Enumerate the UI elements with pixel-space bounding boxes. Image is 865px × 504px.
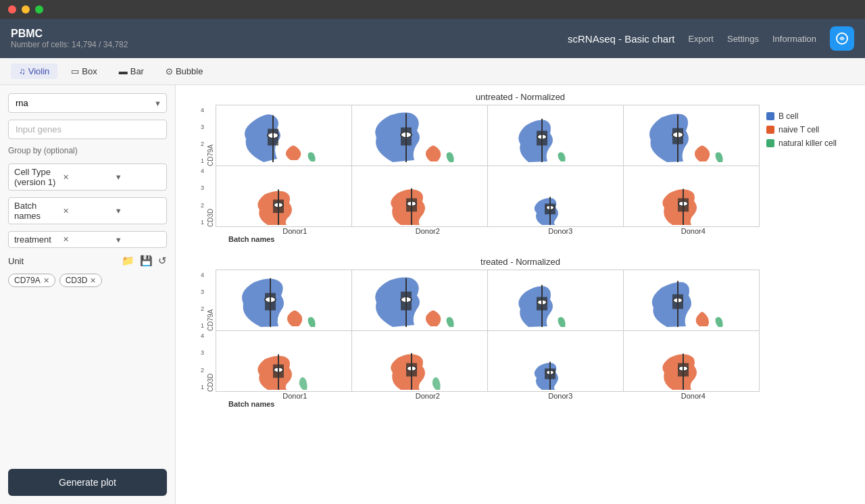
plot-cell xyxy=(216,166,352,227)
sidebar: rna ▼ Group by (optional) Cell Type (ver… xyxy=(0,85,176,504)
remove-treatment-icon[interactable]: ✕ xyxy=(63,235,109,244)
x-label-donor3-t: Donor3 xyxy=(494,392,627,400)
plot-cell xyxy=(352,105,488,166)
chart-area[interactable]: untreated - Normalized 4 3 2 1 CD79 xyxy=(176,85,865,504)
legend-dot-nk xyxy=(766,139,774,147)
remove-cell-type-icon[interactable]: ✕ xyxy=(63,173,109,182)
x-axis-labels-treated: Donor1 Donor2 Donor3 Donor4 xyxy=(187,392,760,400)
rna-selector[interactable]: rna xyxy=(8,93,167,113)
x-axis-title-treated: Batch names xyxy=(187,400,274,408)
gene-tags: CD79A ✕ CD3D ✕ xyxy=(8,274,167,287)
x-axis-labels-untreated: Donor1 Donor2 Donor3 Donor4 xyxy=(187,227,760,235)
box-icon: ▭ xyxy=(71,66,79,76)
plot-cell xyxy=(624,166,760,227)
chevron-down-icon[interactable]: ▼ xyxy=(115,207,161,215)
x-label-donor1: Donor1 xyxy=(228,227,362,235)
chart-title-untreated: untreated - Normalized xyxy=(187,92,854,102)
gene-tag-cd3d: CD3D ✕ xyxy=(59,274,103,287)
chevron-down-icon[interactable]: ▼ xyxy=(115,173,161,181)
remove-batch-names-icon[interactable]: ✕ xyxy=(63,207,109,216)
maximize-button[interactable] xyxy=(35,5,43,14)
information-button[interactable]: Information xyxy=(772,34,816,44)
legend-dot-naive-t xyxy=(766,126,774,134)
close-button[interactable] xyxy=(8,5,16,14)
tab-box[interactable]: ▭ Box xyxy=(63,64,105,79)
cell-count: Number of cells: 14,794 / 34,782 xyxy=(11,40,128,49)
tab-violin[interactable]: ♫ Violin xyxy=(11,64,57,79)
generate-plot-button[interactable]: Generate plot xyxy=(8,469,167,496)
x-label-donor2-t: Donor2 xyxy=(362,392,495,400)
reset-icon[interactable]: ↺ xyxy=(158,255,167,267)
gene-tag-cd79a: CD79A ✕ xyxy=(8,274,55,287)
legend: B cell naive T cell natural killer cell xyxy=(760,105,854,148)
y-axis-cd3d-untreated: CD3D xyxy=(207,166,214,227)
plot-cell xyxy=(216,331,352,392)
tab-bar[interactable]: ▬ Bar xyxy=(111,64,152,79)
main-window: PBMC Number of cells: 14,794 / 34,782 sc… xyxy=(0,19,865,504)
group-by-cell-type[interactable]: Cell Type (version 1) ✕ ▼ xyxy=(8,163,167,191)
group-by-treatment[interactable]: treatment ✕ ▼ xyxy=(8,231,167,248)
plot-cell xyxy=(352,270,488,331)
settings-button[interactable]: Settings xyxy=(727,34,759,44)
x-label-donor4-t: Donor4 xyxy=(627,392,760,400)
x-label-donor2: Donor2 xyxy=(362,227,495,235)
toolbar: ♫ Violin ▭ Box ▬ Bar ⊙ Bubble xyxy=(0,58,865,85)
unit-row: Unit 📁 💾 ↺ xyxy=(8,255,167,267)
header-left: PBMC Number of cells: 14,794 / 34,782 xyxy=(11,28,128,49)
plot-cell xyxy=(624,105,760,166)
plot-cell xyxy=(352,331,488,392)
titlebar xyxy=(0,0,865,19)
save-icon[interactable]: 💾 xyxy=(140,255,153,267)
tab-bubble[interactable]: ⊙ Bubble xyxy=(157,64,211,79)
legend-dot-bcell xyxy=(766,112,774,120)
x-axis-title-untreated: Batch names xyxy=(187,235,274,243)
legend-item-nk: natural killer cell xyxy=(766,138,854,148)
chart-title-treated: treated - Normalized xyxy=(187,257,854,267)
plot-cell xyxy=(216,105,352,166)
header: PBMC Number of cells: 14,794 / 34,782 sc… xyxy=(0,19,865,58)
remove-cd3d-icon[interactable]: ✕ xyxy=(90,276,96,285)
plot-cell xyxy=(624,270,760,331)
app-title: PBMC xyxy=(11,28,128,40)
folder-icon[interactable]: 📁 xyxy=(122,255,134,267)
content-area: rna ▼ Group by (optional) Cell Type (ver… xyxy=(0,85,865,504)
chevron-down-icon[interactable]: ▼ xyxy=(115,236,161,244)
bubble-icon: ⊙ xyxy=(166,66,173,76)
chart-section-untreated: untreated - Normalized 4 3 2 1 CD79 xyxy=(187,92,854,243)
y-axis-cd79a-treated: CD79A xyxy=(207,270,214,331)
x-label-donor3: Donor3 xyxy=(494,227,627,235)
plot-cell xyxy=(488,270,624,331)
violin-icon: ♫ xyxy=(19,66,26,76)
chart-section-treated: treated - Normalized 4 3 2 1 CD79A xyxy=(187,257,854,408)
plot-cell xyxy=(216,270,352,331)
rna-selector-wrap: rna ▼ xyxy=(8,93,167,113)
app-icon xyxy=(830,26,854,51)
x-label-donor4: Donor4 xyxy=(627,227,760,235)
plot-cell xyxy=(352,166,488,227)
minimize-button[interactable] xyxy=(22,5,30,14)
plot-cell xyxy=(488,331,624,392)
input-genes-field[interactable] xyxy=(8,120,167,139)
header-right: scRNAseq - Basic chart Export Settings I… xyxy=(568,26,854,51)
unit-icons: 📁 💾 ↺ xyxy=(122,255,167,267)
y-axis-cd79a-untreated: CD79A xyxy=(207,105,214,166)
export-button[interactable]: Export xyxy=(688,34,714,44)
x-label-donor1-t: Donor1 xyxy=(228,392,362,400)
group-by-batch-names[interactable]: Batch names ✕ ▼ xyxy=(8,197,167,224)
unit-label: Unit xyxy=(8,256,24,266)
bar-icon: ▬ xyxy=(119,66,128,76)
remove-cd79a-icon[interactable]: ✕ xyxy=(43,276,49,285)
y-axis-cd3d-treated: CD3D xyxy=(207,331,214,392)
plot-cell xyxy=(488,105,624,166)
legend-item-bcell: B cell xyxy=(766,111,854,121)
plot-cell xyxy=(488,166,624,227)
app-chart-title: scRNAseq - Basic chart xyxy=(568,33,674,45)
plot-cell xyxy=(624,331,760,392)
legend-item-naive-t: naive T cell xyxy=(766,125,854,134)
group-by-label: Group by (optional) xyxy=(8,146,167,155)
